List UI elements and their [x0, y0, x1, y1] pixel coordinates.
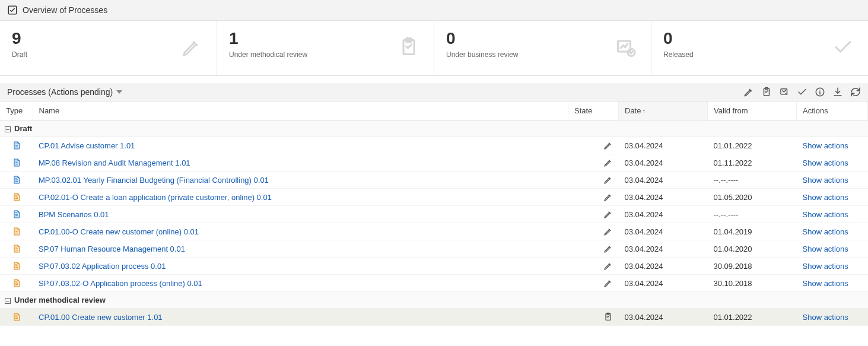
- process-link[interactable]: SP.07.03.02-O Application process (onlin…: [39, 279, 202, 288]
- pencil-icon: [603, 244, 613, 253]
- process-link[interactable]: CP.02.01-O Create a loan application (pr…: [39, 193, 272, 202]
- process-link[interactable]: MP.03.02.01 Yearly Financial Budgeting (…: [39, 176, 269, 185]
- pencil-icon: [603, 227, 613, 236]
- cell-date: 03.04.2024: [619, 309, 708, 326]
- cell-name: BPM Scenarios 0.01: [33, 206, 568, 223]
- summary-card[interactable]: 0 Under business review: [434, 21, 651, 75]
- cell-actions: Show actions: [797, 206, 868, 223]
- clipboard-icon[interactable]: [761, 87, 772, 97]
- cell-actions: Show actions: [797, 137, 868, 154]
- cell-name: SP.07.03.02 Application process 0.01: [33, 258, 568, 275]
- check-icon[interactable]: [797, 87, 807, 97]
- cell-valid-from: 01.01.2022: [708, 309, 797, 326]
- cell-type: [0, 206, 33, 223]
- pencil-icon: [603, 209, 613, 219]
- chevron-down-icon[interactable]: [116, 90, 122, 94]
- card-label: Under methodical review: [229, 50, 422, 59]
- process-link[interactable]: CP.01.00 Create new customer 1.01: [39, 313, 163, 322]
- show-actions-link[interactable]: Show actions: [803, 227, 848, 236]
- col-header-actions[interactable]: Actions: [797, 101, 868, 120]
- show-actions-link[interactable]: Show actions: [803, 262, 848, 271]
- collapse-icon[interactable]: [5, 126, 11, 132]
- processes-section-header: Processes (Actions pending): [0, 83, 868, 101]
- col-header-state[interactable]: State: [568, 101, 619, 120]
- summary-cards: 9 Draft 1 Under methodical review 0 Unde…: [0, 21, 868, 76]
- process-link[interactable]: MP.08 Revision and Audit Management 1.01: [39, 158, 190, 167]
- cell-date: 03.04.2024: [619, 223, 708, 240]
- pencil-icon: [603, 192, 613, 202]
- clipboard-icon: [398, 37, 419, 60]
- pencil-icon[interactable]: [743, 87, 754, 97]
- table-body: Draft CP.01 Advise customer 1.01 03.04.2…: [0, 120, 868, 326]
- cell-type: [0, 172, 33, 189]
- cell-state: [568, 275, 619, 292]
- col-header-valid-from[interactable]: Valid from: [708, 101, 797, 120]
- cell-state: [568, 137, 619, 154]
- table-row: CP.01 Advise customer 1.01 03.04.2024 01…: [0, 137, 868, 154]
- cell-name: CP.01.00 Create new customer 1.01: [33, 309, 568, 326]
- col-header-name[interactable]: Name: [33, 101, 568, 120]
- show-actions-link[interactable]: Show actions: [803, 279, 848, 288]
- download-icon[interactable]: [832, 87, 843, 97]
- cell-name: SP.07 Human Resource Management 0.01: [33, 240, 568, 258]
- summary-card[interactable]: 0 Released: [651, 21, 868, 75]
- card-count: 1: [229, 30, 422, 47]
- pencil-icon: [181, 37, 202, 60]
- show-actions-link[interactable]: Show actions: [803, 158, 848, 167]
- cell-state: [568, 223, 619, 240]
- process-link[interactable]: SP.07 Human Resource Management 0.01: [39, 245, 185, 253]
- table-row: CP.01.00-O Create new customer (online) …: [0, 223, 868, 240]
- collapse-icon[interactable]: [5, 298, 11, 304]
- cell-date: 03.04.2024: [619, 258, 708, 275]
- summary-card[interactable]: 9 Draft: [0, 21, 217, 75]
- process-link[interactable]: BPM Scenarios 0.01: [39, 210, 109, 219]
- process-link[interactable]: SP.07.03.02 Application process 0.01: [39, 262, 166, 271]
- toolbar: [743, 87, 861, 97]
- table-header-row: Type Name State Date↑ Valid from Actions: [0, 101, 868, 120]
- refresh-icon[interactable]: [850, 87, 861, 97]
- cell-name: CP.01.00-O Create new customer (online) …: [33, 223, 568, 240]
- group-row[interactable]: Under methodical review: [0, 292, 868, 309]
- summary-card[interactable]: 1 Under methodical review: [217, 21, 434, 75]
- card-count: 9: [12, 30, 205, 47]
- table-row: CP.02.01-O Create a loan application (pr…: [0, 189, 868, 206]
- cell-actions: Show actions: [797, 189, 868, 206]
- show-actions-link[interactable]: Show actions: [803, 193, 848, 202]
- cell-type: [0, 189, 33, 206]
- show-actions-link[interactable]: Show actions: [803, 313, 848, 322]
- group-row[interactable]: Draft: [0, 120, 868, 137]
- show-actions-link[interactable]: Show actions: [803, 141, 848, 150]
- cell-date: 03.04.2024: [619, 240, 708, 258]
- check-icon: [832, 37, 854, 60]
- cell-type: [0, 154, 33, 172]
- section-title[interactable]: Processes (Actions pending): [7, 87, 113, 97]
- table-row: SP.07.03.02 Application process 0.01 03.…: [0, 258, 868, 275]
- cell-actions: Show actions: [797, 275, 868, 292]
- cell-state: [568, 206, 619, 223]
- cell-name: SP.07.03.02-O Application process (onlin…: [33, 275, 568, 292]
- col-header-type[interactable]: Type: [0, 101, 33, 120]
- cell-actions: Show actions: [797, 309, 868, 326]
- show-actions-link[interactable]: Show actions: [803, 210, 848, 219]
- cell-valid-from: 30.10.2018: [708, 275, 797, 292]
- info-icon[interactable]: [815, 87, 825, 97]
- cell-valid-from: 01.04.2020: [708, 240, 797, 258]
- cell-valid-from: 01.01.2022: [708, 137, 797, 154]
- process-link[interactable]: CP.01 Advise customer 1.01: [39, 141, 135, 150]
- table-row: SP.07 Human Resource Management 0.01 03.…: [0, 240, 868, 258]
- col-header-date[interactable]: Date↑: [619, 101, 708, 120]
- checkbox-checked-icon: [7, 5, 18, 15]
- group-label: Draft: [14, 124, 32, 133]
- stamp-icon[interactable]: [779, 87, 790, 97]
- chart-check-icon: [615, 37, 637, 60]
- cell-actions: Show actions: [797, 172, 868, 189]
- show-actions-link[interactable]: Show actions: [803, 176, 848, 185]
- cell-date: 03.04.2024: [619, 275, 708, 292]
- show-actions-link[interactable]: Show actions: [803, 245, 848, 253]
- cell-actions: Show actions: [797, 240, 868, 258]
- pencil-icon: [603, 261, 613, 271]
- cell-date: 03.04.2024: [619, 189, 708, 206]
- clipboard-icon: [603, 312, 613, 322]
- process-link[interactable]: CP.01.00-O Create new customer (online) …: [39, 227, 199, 236]
- cell-valid-from: --.--.----: [708, 206, 797, 223]
